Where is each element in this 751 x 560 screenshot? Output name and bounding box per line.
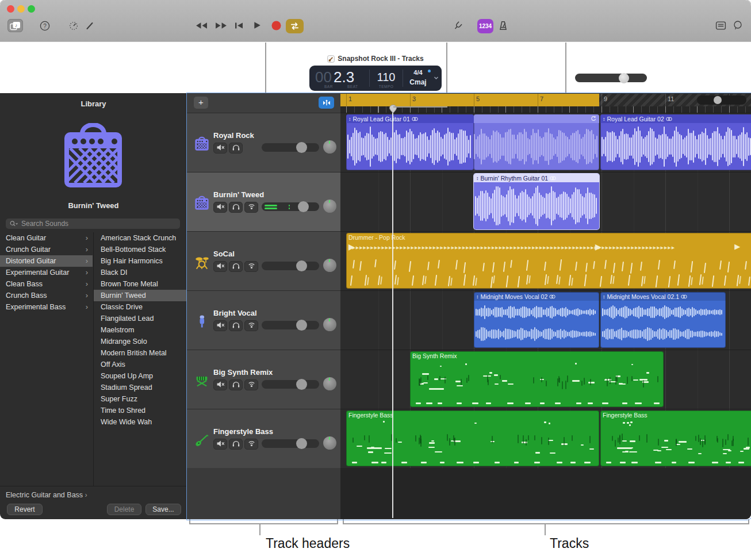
track-header-fingerstyle-bass[interactable]: Fingerstyle Bass	[187, 409, 340, 468]
track-header-socal[interactable]: SoCal	[187, 231, 340, 290]
ruler-zoom-knob[interactable]	[714, 96, 722, 104]
master-volume-knob[interactable]	[619, 73, 629, 83]
empty-area-below-tracks[interactable]	[340, 468, 751, 519]
track-pan-knob[interactable]	[323, 140, 336, 154]
library-toggle-button[interactable]: ♪	[7, 19, 23, 32]
minimize-window-button[interactable]	[17, 5, 25, 13]
library-category-distorted-guitar[interactable]: Distorted Guitar›	[0, 255, 93, 267]
track-pan-knob[interactable]	[323, 259, 336, 272]
library-patch-stadium-spread[interactable]: Stadium Spread	[94, 382, 187, 393]
library-patch-off-axis[interactable]: Off Axis	[94, 359, 187, 370]
library-patch-big-hair-harmonics[interactable]: Big Hair Harmonics	[94, 255, 187, 267]
lcd-display[interactable]: 00 2.3 BAR BEAT 110 TEMPO 4/4 Cmaj	[309, 66, 442, 91]
track-volume-slider[interactable]	[262, 143, 319, 152]
lcd-key-cell[interactable]: 4/4 Cmaj	[403, 66, 441, 91]
library-patch-souped-up-amp[interactable]: Souped Up Amp	[94, 370, 187, 382]
revert-button[interactable]: Revert	[7, 504, 43, 515]
library-patch-black-di[interactable]: Black DI	[94, 267, 187, 278]
library-patch-modern-british-metal[interactable]: Modern British Metal	[94, 347, 187, 359]
region-fingerstyle-bass[interactable]: Fingerstyle Bass	[600, 411, 751, 466]
help-button[interactable]: ?	[39, 20, 50, 31]
monitor-button[interactable]	[244, 379, 258, 390]
zoom-window-button[interactable]	[28, 5, 35, 13]
ruler-zoom-slider[interactable]	[697, 95, 746, 105]
record-button[interactable]	[271, 21, 281, 30]
ruler-cycle-region[interactable]	[340, 94, 599, 106]
mute-button[interactable]	[213, 261, 227, 272]
track-volume-knob[interactable]	[296, 260, 307, 271]
track-volume-slider[interactable]	[262, 262, 319, 270]
mute-button[interactable]	[213, 379, 227, 390]
library-category-crunch-guitar[interactable]: Crunch Guitar›	[0, 244, 93, 255]
add-track-button[interactable]: +	[194, 97, 208, 109]
go-to-beginning-button[interactable]	[233, 21, 244, 29]
track-volume-knob[interactable]	[296, 438, 307, 449]
edit-pencil-button[interactable]	[84, 20, 95, 31]
region-fingerstyle-bass[interactable]: Fingerstyle Bass	[346, 411, 599, 466]
breadcrumb[interactable]: Electric Guitar and Bass ›	[6, 491, 87, 499]
monitor-button[interactable]	[244, 202, 258, 213]
region-burnin-rhythm-guitar-01[interactable]: ↕Burnin' Rhythm Guitar 01	[474, 174, 599, 229]
track-volume-knob[interactable]	[296, 142, 307, 153]
track-pan-knob[interactable]	[323, 200, 336, 213]
region-royal-lead-guitar-02[interactable]: ↕Royal Lead Guitar 02	[600, 114, 751, 170]
solo-button[interactable]	[229, 202, 243, 213]
track-volume-slider[interactable]	[262, 321, 319, 329]
library-patch-classic-drive[interactable]: Classic Drive	[94, 301, 187, 313]
count-in-button[interactable]: 1234	[477, 19, 493, 33]
library-patch-time-to-shred[interactable]: Time to Shred	[94, 405, 187, 416]
track-pan-knob[interactable]	[323, 318, 336, 331]
monitor-button[interactable]	[244, 439, 258, 450]
solo-button[interactable]	[229, 143, 243, 154]
library-category-clean-bass[interactable]: Clean Bass›	[0, 278, 93, 290]
forward-button[interactable]	[214, 21, 228, 29]
track-header-royal-rock[interactable]: Royal Rock	[187, 113, 340, 172]
tuner-button[interactable]	[68, 20, 79, 31]
save-button[interactable]: Save...	[145, 504, 181, 515]
track-pan-knob[interactable]	[323, 436, 336, 450]
delete-button[interactable]: Delete	[107, 504, 141, 515]
library-patch-maelstrom[interactable]: Maelstrom	[94, 324, 187, 336]
track-volume-knob[interactable]	[298, 201, 309, 212]
library-patch-bell-bottomed-stack[interactable]: Bell-Bottomed Stack	[94, 244, 187, 255]
playhead-line[interactable]	[392, 106, 393, 518]
track-volume-slider[interactable]	[262, 439, 319, 448]
library-patch-super-fuzz[interactable]: Super Fuzz	[94, 393, 187, 405]
search-sounds-field[interactable]	[6, 218, 180, 229]
track-header-big-synth-remix[interactable]: Big Synth Remix	[187, 350, 340, 409]
lcd-position-cell[interactable]: 00 2.3 BAR BEAT	[309, 66, 369, 91]
solo-button[interactable]	[229, 439, 243, 450]
track-volume-knob[interactable]	[296, 379, 307, 390]
search-input[interactable]	[20, 219, 166, 228]
note-pad-button[interactable]	[715, 20, 726, 30]
track-volume-slider[interactable]	[262, 380, 319, 389]
monitor-button[interactable]	[244, 320, 258, 331]
track-pan-knob[interactable]	[323, 377, 336, 390]
region-big-synth-remix[interactable]: Big Synth Remix	[410, 351, 664, 407]
library-category-clean-guitar[interactable]: Clean Guitar›	[0, 232, 93, 244]
region-midnight-moves-vocal-02-1[interactable]: ↕Midnight Moves Vocal 02.1	[600, 292, 726, 348]
region-royal-lead-guitar-01[interactable]: ↕Royal Lead Guitar 01	[346, 114, 474, 170]
lcd-tempo-cell[interactable]: 110 TEMPO	[370, 66, 403, 91]
quick-help-button[interactable]	[732, 20, 744, 30]
play-button[interactable]	[252, 21, 262, 30]
track-header-bright-vocal[interactable]: Bright Vocal	[187, 290, 340, 350]
region-midnight-moves-vocal-02[interactable]: ↕Midnight Moves Vocal 02	[474, 292, 599, 348]
close-window-button[interactable]	[7, 5, 14, 13]
cycle-button[interactable]	[286, 19, 304, 33]
chevron-down-icon[interactable]	[434, 75, 439, 80]
library-category-experimental-guitar[interactable]: Experimental Guitar›	[0, 267, 93, 278]
tracks-area[interactable]: 135791113 ↕Royal Lead Guitar 01↕Royal Le…	[340, 93, 751, 519]
region-drummer-pop-rock[interactable]: Drummer - Pop Rock▶▶▶▶▶▶▶▶▶▶▶▶▶▶▶▶▶▶▶▶▶▶…	[346, 233, 751, 289]
master-volume-slider[interactable]	[575, 74, 647, 82]
solo-button[interactable]	[229, 320, 243, 331]
mute-button[interactable]	[213, 439, 227, 450]
library-patch-american-stack-crunch[interactable]: American Stack Crunch	[94, 232, 187, 244]
library-patch-midrange-solo[interactable]: Midrange Solo	[94, 336, 187, 347]
library-category-crunch-bass[interactable]: Crunch Bass›	[0, 290, 93, 301]
solo-button[interactable]	[229, 379, 243, 390]
tuning-fork-button[interactable]	[452, 20, 463, 31]
mute-button[interactable]	[213, 143, 227, 154]
library-patch-brown-tone-metal[interactable]: Brown Tone Metal	[94, 278, 187, 290]
catch-playhead-button[interactable]	[319, 97, 334, 109]
